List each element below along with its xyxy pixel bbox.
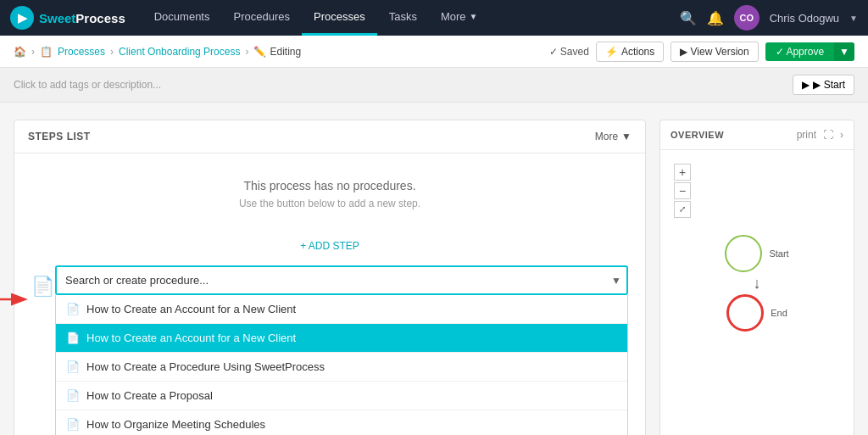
doc-icon-0: 📄 <box>66 303 80 315</box>
steps-more-button[interactable]: More ▼ <box>595 131 632 142</box>
dropdown-list: 📄 How to Create an Account for a New Cli… <box>55 295 628 435</box>
dropdown-item-label-3: How to Create a Proposal <box>86 389 213 402</box>
actions-button[interactable]: ⚡ Actions <box>596 42 664 62</box>
list-item[interactable]: 📄 How to Create an Account for a New Cli… <box>56 324 627 353</box>
add-step-button[interactable]: + ADD STEP <box>14 240 645 252</box>
logo[interactable]: ▶ SweetProcess <box>10 6 125 30</box>
nav-right: 🔍 🔔 CO Chris Odogwu ▼ <box>680 5 858 31</box>
dropdown-area: 📄 ▼ <box>14 265 645 435</box>
search-caret-icon: ▼ <box>611 275 621 287</box>
start-node-row: Start <box>725 235 788 272</box>
add-step-area: + ADD STEP <box>14 240 645 252</box>
nav-item-processes[interactable]: Processes <box>302 0 377 36</box>
search-container: ▼ 📄 How to Create an Account for a New C… <box>31 265 628 435</box>
steps-panel: STEPS LIST More ▼ This process has no pr… <box>14 120 646 435</box>
top-navigation: ▶ SweetProcess Documents Procedures Proc… <box>0 0 868 36</box>
approve-group: ✓ Approve ▼ <box>765 42 854 61</box>
tags-placeholder[interactable]: Click to add tags or description... <box>14 79 161 91</box>
approve-button[interactable]: ✓ Approve <box>765 42 834 61</box>
overview-header: OVERVIEW print ⛶ › <box>660 120 854 150</box>
zoom-in-button[interactable]: + <box>674 164 691 181</box>
dropdown-item-label-0: How to Create an Account for a New Clien… <box>86 303 296 315</box>
nav-item-more[interactable]: More ▼ <box>429 0 490 36</box>
bell-icon[interactable]: 🔔 <box>707 10 724 26</box>
overview-print[interactable]: print <box>797 129 816 141</box>
overview-controls: print ⛶ › <box>797 129 843 141</box>
overview-body: + − ⤢ Start ↓ End <box>660 150 854 345</box>
processes-icon: 📋 <box>40 46 53 58</box>
nav-item-procedures[interactable]: Procedures <box>221 0 301 36</box>
list-item[interactable]: 📄 How to Organize Meeting Schedules <box>56 410 627 435</box>
flow-arrow-down: ↓ <box>754 276 761 291</box>
main-content: STEPS LIST More ▼ This process has no pr… <box>0 103 868 435</box>
logo-text: SweetProcess <box>39 11 125 25</box>
overview-panel: OVERVIEW print ⛶ › + − ⤢ Start ↓ <box>659 120 854 435</box>
tags-bar: Click to add tags or description... ▶ ▶ … <box>0 68 868 103</box>
nav-item-documents[interactable]: Documents <box>142 0 222 36</box>
doc-icon-1: 📄 <box>66 332 80 344</box>
view-version-button[interactable]: ▶ View Version <box>670 42 759 62</box>
end-node-row: End <box>726 294 787 332</box>
logo-icon: ▶ <box>10 6 34 30</box>
steps-empty-state: This process has no procedures. Use the … <box>14 153 645 226</box>
play-icon: ▶ <box>802 79 810 91</box>
list-item[interactable]: 📄 How to Create a Procedure Using SweetP… <box>56 353 627 382</box>
breadcrumb-current: ✏️ Editing <box>253 46 301 58</box>
approve-dropdown-button[interactable]: ▼ <box>834 42 854 61</box>
zoom-fit-button[interactable]: ⤢ <box>674 201 691 218</box>
end-node <box>726 294 764 332</box>
chevron-down-icon: ▼ <box>621 131 632 142</box>
saved-indicator: ✓ Saved <box>549 46 589 58</box>
dropdown-item-label-1: How to Create an Account for a New Clien… <box>86 332 296 344</box>
start-node <box>725 235 762 272</box>
avatar[interactable]: CO <box>734 5 760 31</box>
breadcrumb-home-icon[interactable]: 🏠 <box>14 46 26 58</box>
breadcrumb-bar: 🏠 › 📋 Processes › Client Onboarding Proc… <box>0 36 868 68</box>
start-label: Start <box>769 248 788 259</box>
user-name: Chris Odogwu <box>770 12 839 25</box>
steps-header: STEPS LIST More ▼ <box>14 120 645 153</box>
breadcrumb: 🏠 › 📋 Processes › Client Onboarding Proc… <box>14 46 301 58</box>
steps-empty-title: This process has no procedures. <box>31 179 628 192</box>
steps-title: STEPS LIST <box>28 131 91 142</box>
doc-icon-2: 📄 <box>66 360 80 373</box>
red-arrow-indicator <box>0 291 31 310</box>
edit-icon: ✏️ <box>253 46 266 58</box>
steps-empty-sub: Use the button below to add a new step. <box>31 198 628 209</box>
dropdown-item-label-2: How to Create a Procedure Using SweetPro… <box>86 360 325 373</box>
overview-next-icon[interactable]: › <box>840 129 843 141</box>
dropdown-item-label-4: How to Organize Meeting Schedules <box>86 418 265 431</box>
doc-icon-3: 📄 <box>66 389 80 402</box>
nav-items: Documents Procedures Processes Tasks Mor… <box>142 0 680 36</box>
list-item[interactable]: 📄 How to Create a Proposal <box>56 382 627 410</box>
breadcrumb-actions: ✓ Saved ⚡ Actions ▶ View Version ✓ Appro… <box>549 42 854 62</box>
overview-title: OVERVIEW <box>670 130 724 140</box>
search-icon[interactable]: 🔍 <box>680 10 697 26</box>
more-chevron-icon: ▼ <box>470 12 478 21</box>
search-input[interactable] <box>55 265 628 295</box>
doc-icon-4: 📄 <box>66 418 80 431</box>
lightning-icon: ⚡ <box>605 46 618 58</box>
end-label: End <box>771 308 787 318</box>
flow-diagram: Start ↓ End <box>674 226 840 332</box>
overview-expand-icon[interactable]: ⛶ <box>823 129 833 141</box>
start-button[interactable]: ▶ ▶ Start <box>793 75 854 95</box>
breadcrumb-processes[interactable]: Processes <box>58 46 105 58</box>
zoom-out-button[interactable]: − <box>674 182 691 199</box>
nav-item-tasks[interactable]: Tasks <box>377 0 429 36</box>
user-chevron-icon[interactable]: ▼ <box>849 14 858 23</box>
search-input-wrapper: ▼ <box>55 265 628 295</box>
list-item[interactable]: 📄 How to Create an Account for a New Cli… <box>56 295 627 324</box>
zoom-controls: + − ⤢ <box>674 164 691 218</box>
breadcrumb-client-onboarding[interactable]: Client Onboarding Process <box>119 46 240 58</box>
